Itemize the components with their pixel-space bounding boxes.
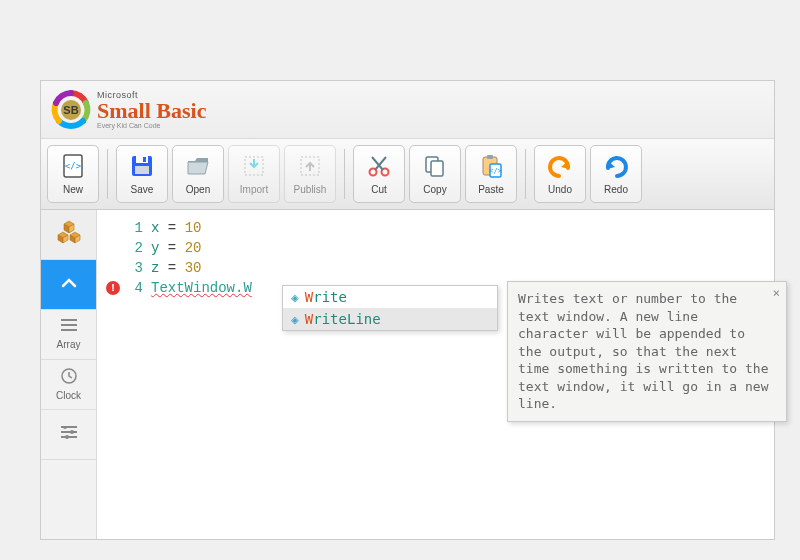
toolbar: </> New Save Open Import (41, 139, 774, 210)
intellisense-rest: rite (313, 289, 347, 305)
logo-text: Microsoft Small Basic Every Kid Can Code (97, 91, 206, 129)
code-token: 30 (185, 260, 202, 276)
redo-icon (600, 150, 632, 182)
controls-icon (61, 426, 77, 444)
separator (525, 149, 526, 199)
method-icon: ◈ (291, 312, 299, 327)
svg-point-25 (63, 426, 67, 429)
save-icon (126, 150, 158, 182)
copy-button[interactable]: Copy (409, 145, 461, 203)
line-number: 1 (123, 220, 151, 236)
separator (344, 149, 345, 199)
undo-label: Undo (548, 184, 572, 195)
documentation-tooltip: × Writes text or number to the text wind… (507, 281, 787, 422)
redo-label: Redo (604, 184, 628, 195)
sidebar-item-clock[interactable]: Clock (41, 360, 96, 410)
code-token: TextWindow.W (151, 280, 252, 296)
paste-icon: </> (475, 150, 507, 182)
intellisense-item-write[interactable]: ◈ Write (283, 286, 497, 308)
new-label: New (63, 184, 83, 195)
svg-point-26 (70, 430, 74, 434)
import-label: Import (240, 184, 268, 195)
copy-icon (419, 150, 451, 182)
svg-rect-7 (135, 166, 149, 174)
tooltip-close-icon[interactable]: × (773, 285, 780, 301)
sidebar-objects[interactable] (41, 210, 96, 260)
app-logo: SB Microsoft Small Basic Every Kid Can C… (51, 90, 206, 130)
workarea: Array Clock 1 x = 10 2 (41, 210, 774, 539)
undo-icon (544, 150, 576, 182)
object-sidebar: Array Clock (41, 210, 97, 539)
paste-label: Paste (478, 184, 504, 195)
open-folder-icon (182, 150, 214, 182)
scissors-icon (363, 150, 395, 182)
code-line: 2 y = 20 (103, 238, 768, 258)
copy-label: Copy (423, 184, 446, 195)
code-line: 3 z = 30 (103, 258, 768, 278)
line-number: 4 (123, 280, 151, 296)
redo-button[interactable]: Redo (590, 145, 642, 203)
code-token: = (159, 220, 184, 236)
code-token: = (159, 260, 184, 276)
svg-rect-20 (61, 329, 77, 331)
sidebar-collapse[interactable] (41, 260, 96, 310)
save-button[interactable]: Save (116, 145, 168, 203)
code-token: 10 (185, 220, 202, 236)
list-icon (61, 319, 77, 337)
svg-point-27 (65, 435, 69, 439)
code-line: 1 x = 10 (103, 218, 768, 238)
sidebar-array-label: Array (57, 339, 81, 350)
intellisense-prefix: W (305, 289, 313, 305)
svg-rect-23 (61, 431, 77, 433)
publish-label: Publish (294, 184, 327, 195)
error-icon[interactable]: ! (106, 281, 120, 295)
code-token: = (159, 240, 184, 256)
line-number: 2 (123, 240, 151, 256)
publish-icon (294, 150, 326, 182)
intellisense-popup: ◈ Write ◈ WriteLine (282, 285, 498, 331)
new-file-icon: </> (57, 150, 89, 182)
open-button[interactable]: Open (172, 145, 224, 203)
sidebar-clock-label: Clock (56, 390, 81, 401)
sidebar-item-array[interactable]: Array (41, 310, 96, 360)
import-icon (238, 150, 270, 182)
intellisense-item-writeline[interactable]: ◈ WriteLine (283, 308, 497, 330)
code-editor[interactable]: 1 x = 10 2 y = 20 3 z = 30 ! 4 TextWindo… (97, 210, 774, 539)
open-label: Open (186, 184, 210, 195)
svg-text:SB: SB (63, 104, 78, 116)
intellisense-prefix: W (305, 311, 313, 327)
sidebar-item-more[interactable] (41, 410, 96, 460)
save-label: Save (131, 184, 154, 195)
logo-tagline: Every Kid Can Code (97, 122, 206, 129)
svg-text:</>: </> (489, 167, 502, 175)
line-number: 3 (123, 260, 151, 276)
svg-text:</>: </> (65, 161, 82, 171)
code-token: 20 (185, 240, 202, 256)
cut-label: Cut (371, 184, 387, 195)
svg-rect-5 (136, 156, 148, 163)
svg-rect-13 (431, 161, 443, 176)
svg-rect-18 (61, 319, 77, 321)
logo-product-name: Small Basic (97, 100, 206, 122)
separator (107, 149, 108, 199)
tooltip-text: Writes text or number to the text window… (518, 291, 768, 411)
code-token: z (151, 260, 159, 276)
svg-rect-19 (61, 324, 77, 326)
new-button[interactable]: </> New (47, 145, 99, 203)
code-token: x (151, 220, 159, 236)
title-bar: SB Microsoft Small Basic Every Kid Can C… (41, 81, 774, 139)
chevron-up-icon (60, 274, 78, 296)
method-icon: ◈ (291, 290, 299, 305)
svg-rect-15 (487, 155, 493, 159)
intellisense-rest: riteLine (313, 311, 380, 327)
paste-button[interactable]: </> Paste (465, 145, 517, 203)
clock-icon (61, 368, 77, 388)
svg-rect-6 (143, 157, 146, 162)
cubes-icon (56, 219, 82, 251)
publish-button[interactable]: Publish (284, 145, 336, 203)
small-basic-logo-icon: SB (51, 90, 91, 130)
app-window: SB Microsoft Small Basic Every Kid Can C… (40, 80, 775, 540)
import-button[interactable]: Import (228, 145, 280, 203)
undo-button[interactable]: Undo (534, 145, 586, 203)
cut-button[interactable]: Cut (353, 145, 405, 203)
